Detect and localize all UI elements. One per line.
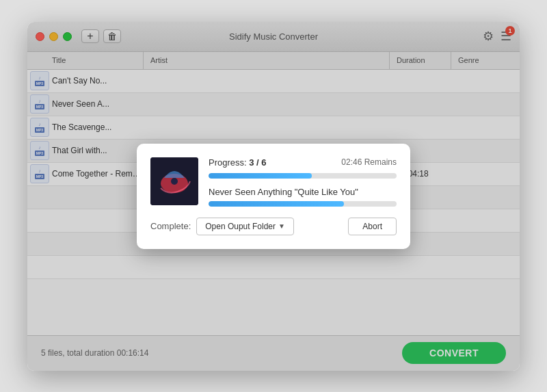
progress-label: Progress: 3 / 6	[209, 157, 267, 168]
time-remains: 02:46 Remains	[341, 157, 397, 167]
album-art	[150, 157, 198, 205]
complete-label: Complete:	[150, 221, 191, 231]
svg-point-2	[171, 178, 178, 185]
first-progress-bar-fill	[209, 173, 312, 179]
modal-progress-info: Progress: 3 / 6 02:46 Remains Never Seen…	[209, 157, 397, 207]
open-folder-button[interactable]: Open Ouput Folder ▼	[196, 218, 294, 235]
complete-section: Complete: Open Ouput Folder ▼	[150, 218, 294, 235]
main-window: + 🗑 Sidify Music Converter ⚙ ☰ 1 Title A…	[27, 22, 520, 371]
second-progress-bar	[209, 201, 397, 207]
conversion-modal: Progress: 3 / 6 02:46 Remains Never Seen…	[137, 144, 410, 249]
open-folder-label: Open Ouput Folder	[205, 222, 276, 231]
second-progress-bar-fill	[209, 201, 344, 207]
abort-button[interactable]: Abort	[348, 218, 397, 235]
current-track-label: Never Seen Anything "Quite Like You"	[209, 187, 397, 197]
modal-header: Progress: 3 / 6 02:46 Remains Never Seen…	[150, 157, 397, 207]
chevron-down-icon: ▼	[278, 222, 285, 230]
modal-footer: Complete: Open Ouput Folder ▼ Abort	[150, 218, 397, 235]
first-progress-bar	[209, 173, 397, 179]
modal-overlay: Progress: 3 / 6 02:46 Remains Never Seen…	[27, 22, 520, 371]
